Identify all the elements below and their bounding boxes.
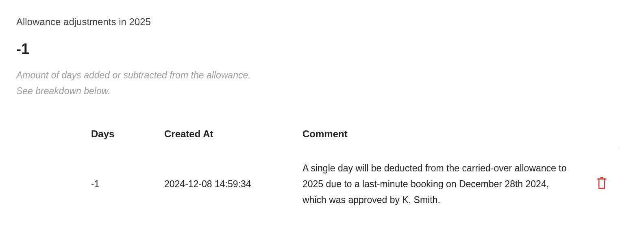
trash-icon [596,177,607,190]
description-line2: See breakdown below. [16,86,110,96]
cell-created-at: 2024-12-08 14:59:34 [154,148,293,221]
description-text: Amount of days added or subtracted from … [16,67,628,99]
description-line1: Amount of days added or subtracted from … [16,70,251,80]
cell-comment: A single day will be deducted from the c… [293,148,584,221]
column-header-action [584,123,620,148]
adjustments-table: Days Created At Comment -1 2024-12-08 14… [81,123,620,220]
column-header-comment: Comment [293,123,584,148]
svg-rect-1 [599,179,605,188]
column-header-created-at: Created At [154,123,293,148]
table-row: -1 2024-12-08 14:59:34 A single day will… [81,148,620,221]
page-title: Allowance adjustments in 2025 [16,16,628,28]
cell-days: -1 [81,148,154,221]
total-adjustment-value: -1 [16,41,628,58]
column-header-days: Days [81,123,154,148]
delete-button[interactable] [594,174,610,192]
